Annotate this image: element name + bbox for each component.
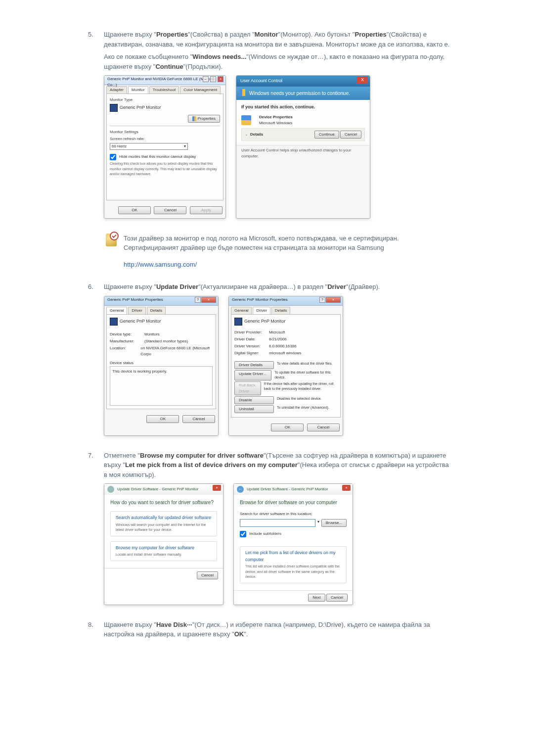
sign-k: Digital Signer: [234, 350, 269, 356]
rollback-desc: If the device fails after updating the d… [264, 381, 337, 395]
t: "(Продължи). [183, 63, 222, 70]
driver-details-button[interactable]: Driver Details [234, 361, 274, 369]
step8-text: Щракнете върху "Have Disk···"(От диск…) … [104, 620, 450, 639]
tab-general[interactable]: General [106, 307, 127, 314]
manu-v: (Standard monitor types) [144, 338, 188, 344]
list-number: 7. [88, 451, 93, 461]
t: Щракнете върху " [104, 621, 156, 628]
hide-modes-help: Clearing this check box allows you to se… [110, 161, 220, 177]
checkmark-icon [110, 232, 119, 240]
disable-button[interactable]: Disable [234, 396, 274, 404]
program-icon [241, 115, 251, 125]
t: Щракнете върху " [104, 31, 156, 38]
tab-driver[interactable]: Driver [253, 307, 270, 314]
samsung-link[interactable]: http://www.samsung.com/ [124, 261, 197, 268]
close-icon[interactable]: X [357, 77, 368, 84]
uninstall-button[interactable]: Uninstall [234, 405, 274, 413]
hide-modes-label: Hide modes that this monitor cannot disp… [119, 154, 196, 160]
close-icon[interactable]: × [342, 485, 351, 491]
uac-message-bar: Windows needs your permission to contion… [236, 87, 370, 100]
next-button[interactable]: Next [308, 594, 325, 602]
cancel-button[interactable]: Cancel [307, 424, 340, 431]
cancel-button[interactable]: Cancel [197, 571, 218, 579]
monitor-properties-dialog: Generic PnP Monitor and NVIDIA GeForce 6… [104, 75, 226, 219]
close-icon[interactable]: × [218, 76, 223, 82]
option-title: Browse my computer for driver software [116, 545, 212, 552]
path-input[interactable] [240, 519, 315, 527]
include-subfolders-checkbox[interactable] [240, 531, 246, 537]
list-number: 8. [88, 620, 93, 630]
t: Have Disk··· [156, 621, 192, 628]
help-icon[interactable]: ? [195, 297, 201, 303]
maximize-icon[interactable]: □ [210, 76, 216, 82]
uac-titlebar: User Account Control X [236, 76, 370, 87]
chevron-down-icon[interactable]: ⌄ [245, 132, 248, 138]
ok-button[interactable]: OK [271, 424, 304, 431]
rollback-button[interactable]: Roll Back Driver [234, 381, 261, 395]
hide-modes-checkbox[interactable] [110, 154, 116, 160]
continue-button[interactable]: Continue [314, 131, 339, 139]
back-icon[interactable]: ← [237, 486, 244, 493]
refresh-rate-label: Screen refresh rate: [110, 136, 220, 142]
t: Browse my computer for driver software [140, 452, 264, 459]
t: Отметнете " [104, 452, 140, 459]
cancel-button[interactable]: Cancel [340, 131, 361, 139]
t: OK [234, 630, 244, 638]
monitor-name: Generic PnP Monitor [120, 318, 161, 325]
option-pick-from-list[interactable]: Let me pick from a list of device driver… [240, 546, 347, 583]
devstatus-h: Device status [110, 360, 213, 366]
shield-icon [192, 116, 196, 121]
tab-monitor[interactable]: Monitor [128, 86, 148, 94]
tab-general[interactable]: General [231, 307, 252, 314]
t: Ако се покаже съобщението " [104, 53, 192, 60]
chevron-down-icon[interactable]: ▾ [317, 519, 319, 527]
update-driver-button[interactable]: Update Driver... [234, 370, 271, 380]
monitor-icon [110, 318, 118, 326]
prov-k: Driver Provider: [234, 330, 269, 335]
cancel-button[interactable]: Cancel [182, 415, 215, 423]
monitor-props-general: Generic PnP Monitor Properties?× General… [104, 296, 219, 436]
minimize-icon[interactable]: – [203, 76, 209, 82]
devtype-v: Monitors [144, 331, 160, 337]
option-browse-computer[interactable]: Browse my computer for driver software L… [110, 541, 217, 561]
update-driver-desc: To update the driver software for this d… [274, 370, 337, 380]
ok-button[interactable]: OK [118, 206, 151, 214]
details-link[interactable]: Details [250, 132, 263, 138]
dialog-title: Generic PnP Monitor Properties [232, 297, 288, 302]
tab-details[interactable]: Details [147, 307, 166, 314]
option-auto-search[interactable]: Search automatically for updated driver … [110, 511, 217, 536]
chevron-down-icon: ▾ [184, 143, 186, 149]
properties-button[interactable]: Properties [188, 115, 220, 123]
cancel-button[interactable]: Cancel [326, 594, 348, 602]
dialog-title: Generic PnP Monitor Properties [107, 297, 163, 302]
tab-driver[interactable]: Driver [128, 307, 145, 314]
ok-button[interactable]: OK [146, 415, 179, 423]
option-title: Let me pick from a list of device driver… [245, 550, 341, 563]
t: Properties [355, 31, 386, 38]
monitor-props-driver: Generic PnP Monitor Properties?× General… [228, 296, 343, 436]
devtype-k: Device type: [110, 331, 144, 337]
step5-text2: Ако се покаже съобщението "Windows needs… [104, 52, 450, 71]
monitor-name: Generic PnP Monitor [120, 104, 161, 111]
close-icon[interactable]: × [326, 297, 341, 303]
browse-button[interactable]: Browse... [321, 519, 347, 527]
back-icon[interactable] [107, 486, 114, 493]
ver-v: 6.0.6000.16386 [269, 343, 297, 349]
search-loc-label: Search for driver software in this locat… [240, 511, 347, 517]
monitor-name: Generic PnP Monitor [244, 318, 285, 325]
date-v: 6/21/2006 [269, 336, 287, 342]
help-icon[interactable]: ? [319, 297, 325, 303]
tab-troubleshoot[interactable]: Troubleshoot [149, 86, 179, 94]
t: Driver [327, 283, 346, 290]
refresh-rate-select[interactable]: 60 Hertz▾ [110, 143, 188, 150]
tab-color-mgmt[interactable]: Color Management [180, 86, 221, 94]
cancel-button[interactable]: Cancel [154, 206, 186, 214]
t: Properties [156, 31, 188, 38]
close-icon[interactable]: × [213, 485, 221, 491]
apply-button[interactable]: Apply [190, 206, 222, 214]
tab-details[interactable]: Details [271, 307, 290, 314]
window-controls: – □ × [202, 76, 223, 82]
close-icon[interactable]: × [201, 297, 216, 303]
option-desc: This list will show installed driver sof… [245, 564, 341, 580]
monitor-icon [110, 104, 118, 112]
